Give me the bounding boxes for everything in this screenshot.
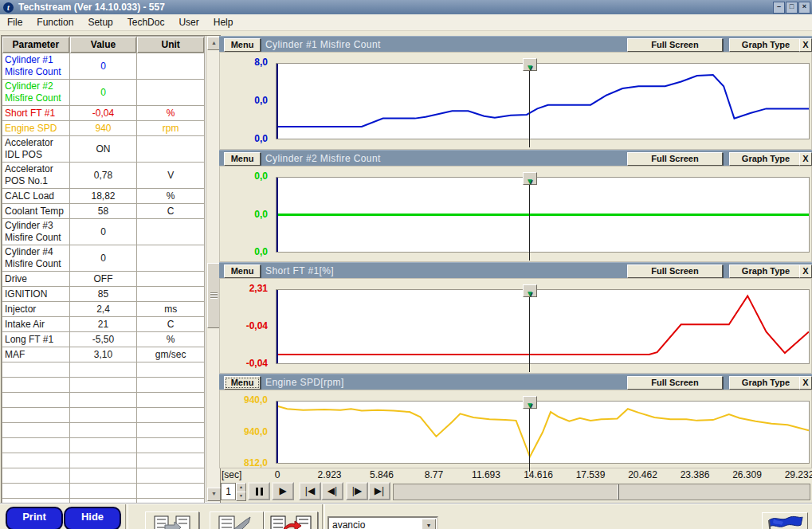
time-cursor[interactable]	[529, 401, 530, 472]
table-row[interactable]: DriveOFF	[2, 272, 205, 287]
graph-type-button[interactable]: Graph Type	[729, 376, 802, 390]
menu-button[interactable]: Menu	[224, 376, 261, 390]
table-row-empty[interactable]	[2, 362, 205, 378]
cursor-marker-icon[interactable]: ▼	[523, 172, 537, 185]
table-row-empty[interactable]	[2, 453, 205, 468]
close-graph-button[interactable]: X	[799, 152, 812, 166]
column-header-unit[interactable]: Unit	[137, 37, 205, 53]
graph-panel-cylinder1: Menu Cylinder #1 Misfire Count Full Scre…	[219, 36, 812, 150]
timeline-thumb[interactable]	[394, 484, 619, 500]
plot-canvas	[276, 289, 810, 364]
table-row[interactable]: Engine SPD940rpm	[2, 121, 205, 136]
param-unit: ms	[137, 302, 205, 317]
table-row[interactable]: MAF3,10gm/sec	[2, 347, 205, 362]
copy-list-button[interactable]	[145, 511, 199, 529]
table-row-empty[interactable]	[2, 468, 205, 484]
playback-controls: 1 ▲ ▼ ▶ |◀ ◀| |▶ ▶|	[219, 482, 812, 502]
table-row[interactable]: Accelerator IDL POSON	[2, 136, 205, 163]
hide-button[interactable]: Hide	[64, 507, 121, 529]
table-row[interactable]: IGNITION85	[2, 287, 205, 302]
graph-type-button[interactable]: Graph Type	[729, 38, 802, 52]
graph-panel-cylinder2: Menu Cylinder #2 Misfire Count Full Scre…	[219, 150, 812, 262]
table-row[interactable]: Short FT #1-0,04%	[2, 106, 205, 121]
table-row-empty[interactable]	[2, 393, 205, 408]
full-screen-button[interactable]: Full Screen	[627, 38, 723, 52]
full-screen-button[interactable]: Full Screen	[627, 264, 723, 278]
table-row[interactable]: Cylinder #4 Misfire Count0	[2, 245, 205, 272]
skip-to-end-button[interactable]: ▶|	[368, 482, 390, 500]
cursor-marker-icon[interactable]: ▼	[523, 284, 537, 297]
combobox-dropdown-icon[interactable]: ▼	[422, 519, 436, 529]
menu-item-setup[interactable]: Setup	[80, 15, 120, 29]
graph-type-button[interactable]: Graph Type	[729, 264, 802, 278]
flag-button[interactable]	[762, 512, 808, 529]
cursor-marker-icon[interactable]: ▼	[523, 58, 537, 71]
menu-button[interactable]: Menu	[224, 264, 261, 278]
table-row[interactable]: Cylinder #3 Misfire Count0	[2, 219, 205, 245]
close-button[interactable]: ×	[798, 2, 810, 14]
menu-button[interactable]: Menu	[224, 152, 261, 166]
title-bar[interactable]: t Techstream (Ver 14.10.033) - 557 – □ ×	[0, 0, 812, 14]
cursor-marker-icon[interactable]: ▼	[523, 396, 537, 409]
table-scrollbar[interactable]: ▲ ▼	[206, 36, 220, 502]
full-screen-button[interactable]: Full Screen	[627, 152, 723, 166]
full-screen-button[interactable]: Full Screen	[627, 376, 723, 390]
spinner-value[interactable]: 1	[221, 483, 236, 500]
table-row[interactable]: Cylinder #1 Misfire Count0	[2, 53, 205, 80]
y-axis-label-bottom: 0,0	[220, 246, 268, 257]
param-value: 0	[69, 53, 137, 80]
close-graph-button[interactable]: X	[799, 376, 812, 390]
minimize-button[interactable]: –	[773, 2, 785, 14]
table-row-empty[interactable]	[2, 423, 205, 438]
menu-item-function[interactable]: Function	[29, 15, 80, 29]
table-row[interactable]: Accelerator POS No.10,78V	[2, 163, 205, 189]
mode-combobox[interactable]: avancio ▼	[328, 516, 438, 529]
table-row[interactable]: Injector2,4ms	[2, 302, 205, 317]
menu-item-techdoc[interactable]: TechDoc	[120, 15, 172, 29]
time-cursor[interactable]	[529, 177, 530, 261]
table-row-empty[interactable]	[2, 408, 205, 423]
timeline-scrollbar[interactable]	[393, 484, 810, 500]
table-row-empty[interactable]	[2, 438, 205, 453]
time-cursor[interactable]	[529, 289, 530, 372]
param-unit	[137, 219, 205, 245]
y-axis-label-mid: -0,04	[220, 320, 268, 331]
param-unit: gm/sec	[137, 347, 205, 362]
table-row[interactable]: Cylinder #2 Misfire Count0	[2, 80, 205, 106]
close-graph-button[interactable]: X	[799, 264, 812, 278]
interval-spinner[interactable]: 1 ▲ ▼	[221, 483, 245, 500]
time-cursor[interactable]	[529, 63, 530, 147]
skip-to-start-button[interactable]: |◀	[299, 482, 321, 500]
param-name: Cylinder #3 Misfire Count	[2, 219, 70, 245]
graph-panel-engine-spd: Menu Engine SPD[rpm] Full Screen Graph T…	[219, 374, 812, 468]
table-row[interactable]: CALC Load18,82%	[2, 189, 205, 204]
plot-area: 8,0 0,0 0,0 ▼	[219, 52, 812, 150]
spinner-down-icon[interactable]: ▼	[236, 492, 246, 501]
transfer-list-button[interactable]	[264, 511, 318, 529]
print-button[interactable]: Print	[6, 507, 63, 529]
graph-type-button[interactable]: Graph Type	[729, 152, 802, 166]
graph-title: Short FT #1[%]	[265, 265, 334, 276]
menu-item-help[interactable]: Help	[206, 15, 241, 29]
step-forward-button[interactable]: |▶	[346, 482, 368, 500]
play-button[interactable]: ▶	[272, 482, 294, 500]
maximize-button[interactable]: □	[786, 2, 798, 14]
send-list-button[interactable]	[210, 511, 264, 529]
list-send-icon	[218, 515, 255, 529]
column-header-value[interactable]: Value	[69, 37, 137, 53]
menu-item-file[interactable]: File	[0, 15, 29, 29]
table-row[interactable]: Intake Air21C	[2, 317, 205, 332]
step-back-button[interactable]: ◀|	[321, 482, 343, 500]
y-axis-line	[277, 178, 278, 252]
table-row-empty[interactable]	[2, 378, 205, 393]
table-row[interactable]: Long FT #1-5,50%	[2, 332, 205, 347]
y-axis-label-top: 2,31	[220, 283, 268, 294]
pause-button[interactable]	[248, 482, 270, 500]
close-graph-button[interactable]: X	[799, 38, 812, 52]
table-row-empty[interactable]	[2, 484, 205, 499]
table-row[interactable]: Coolant Temp58C	[2, 204, 205, 219]
column-header-parameter[interactable]: Parameter	[2, 37, 70, 53]
menu-button[interactable]: Menu	[224, 38, 261, 52]
menu-item-user[interactable]: User	[171, 15, 206, 29]
param-name: Cylinder #4 Misfire Count	[2, 245, 70, 272]
